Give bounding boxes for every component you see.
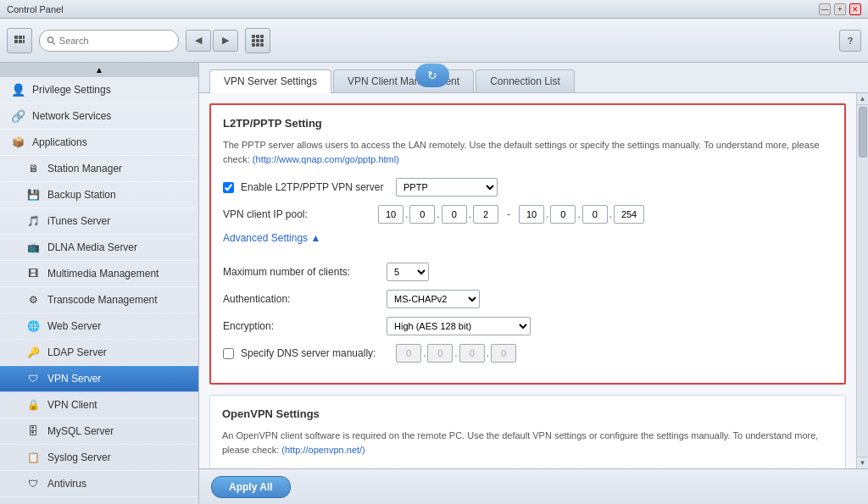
apply-all-button[interactable]: Apply All: [211, 476, 291, 498]
scroll-thumb[interactable]: [859, 107, 867, 158]
sidebar: 👤 Privilege Settings 🔗 Network Services …: [0, 77, 199, 504]
svg-rect-4: [19, 40, 22, 43]
ip-start-1[interactable]: [378, 205, 403, 224]
pptp-link[interactable]: (http://www.qnap.com/go/pptp.html): [253, 154, 399, 164]
ip-end-2[interactable]: [550, 205, 576, 224]
sidebar-item-web-server[interactable]: 🌐 Web Server: [0, 313, 198, 340]
dns-ip-4[interactable]: [491, 344, 516, 363]
sidebar-label: Web Server: [47, 320, 101, 332]
svg-rect-0: [14, 36, 18, 39]
svg-rect-12: [256, 39, 259, 42]
sidebar-label: Station Manager: [47, 163, 122, 174]
back-button[interactable]: ◀: [186, 30, 211, 52]
apps-icon: 📦: [10, 135, 25, 150]
sidebar-label: Network Services: [32, 110, 111, 122]
dns-checkbox[interactable]: [223, 348, 234, 359]
minimize-button[interactable]: —: [819, 3, 831, 15]
multimedia-icon: 🎞: [25, 266, 41, 281]
tabs-bar: ↻ VPN Server Settings VPN Client Managem…: [199, 63, 868, 93]
protocol-select[interactable]: PPTP L2TP L2TP/PPTP: [396, 178, 498, 197]
bottom-bar: Apply All: [199, 468, 868, 504]
dns-ip-2[interactable]: [427, 344, 453, 363]
openvpn-link[interactable]: (http://openvpn.net/): [281, 445, 364, 455]
sidebar-item-ldap-server[interactable]: 🔑 LDAP Server: [0, 340, 198, 366]
sidebar-item-itunes-server[interactable]: 🎵 iTunes Server: [0, 208, 198, 235]
sidebar-item-vpn-client[interactable]: 🔒 VPN Client: [0, 392, 198, 418]
dns-ip-3[interactable]: [459, 344, 485, 363]
sidebar-item-radius-server[interactable]: 📡 RADIUS Server: [0, 497, 198, 504]
enable-l2tp-checkbox[interactable]: [223, 182, 234, 193]
window-title: Control Panel: [7, 4, 64, 14]
dns-row: Specify DNS server manually: . . .: [223, 344, 832, 363]
encryption-label: Encryption:: [223, 320, 380, 332]
ip-start-3[interactable]: [442, 205, 467, 224]
sidebar-label: Antivirus: [47, 478, 86, 490]
antivirus-icon: 🛡: [25, 476, 41, 491]
svg-rect-15: [256, 43, 259, 47]
scroll-down-arrow[interactable]: ▼: [857, 457, 869, 468]
help-button[interactable]: ?: [839, 30, 861, 52]
sidebar-item-mysql-server[interactable]: 🗄 MySQL Server: [0, 418, 198, 445]
sidebar-scroll-up[interactable]: ▲: [0, 63, 198, 77]
ip-end-3[interactable]: [582, 205, 608, 224]
sidebar-item-privilege-settings[interactable]: 👤 Privilege Settings: [0, 77, 198, 103]
scroll-up-arrow[interactable]: ▲: [857, 93, 869, 105]
tab-connection-list[interactable]: Connection List: [476, 69, 575, 92]
openvpn-title: OpenVPN Settings: [222, 407, 833, 420]
sidebar-item-multimedia-management[interactable]: 🎞 Multimedia Management: [0, 261, 198, 287]
close-button[interactable]: ✕: [849, 3, 861, 15]
apps-button[interactable]: [245, 28, 270, 53]
sidebar-item-station-manager[interactable]: 🖥 Station Manager: [0, 156, 198, 182]
encryption-row: Encryption: High (AES 128 bit) Medium (A…: [223, 317, 832, 335]
ip-start-4[interactable]: [473, 205, 498, 224]
transcode-icon: ⚙: [25, 292, 41, 307]
vpn-ip-pool-label: VPN client IP pool:: [223, 208, 371, 220]
svg-rect-14: [252, 43, 255, 47]
search-box[interactable]: [39, 30, 179, 52]
ip-start-2[interactable]: [409, 205, 435, 224]
sidebar-label: DLNA Media Server: [47, 241, 137, 253]
maximize-button[interactable]: +: [834, 3, 846, 15]
sidebar-item-vpn-server[interactable]: 🛡 VPN Server: [0, 366, 198, 392]
toolbar: ◀ ▶ ?: [0, 19, 868, 63]
svg-point-6: [47, 36, 53, 42]
auth-select[interactable]: MS-CHAPv2 MS-CHAP CHAP PAP: [387, 290, 480, 308]
sidebar-item-transcode-management[interactable]: ⚙ Transcode Management: [0, 287, 198, 313]
title-bar: Control Panel — + ✕: [0, 0, 868, 19]
grid-menu-button[interactable]: [7, 28, 32, 53]
search-input[interactable]: [59, 36, 171, 46]
dns-ip-group: . . .: [396, 344, 516, 363]
svg-rect-5: [23, 40, 25, 43]
advanced-settings-link[interactable]: Advanced Settings ▲: [223, 232, 320, 244]
content-area: ↻ VPN Server Settings VPN Client Managem…: [199, 63, 868, 504]
sidebar-label: MySQL Server: [47, 425, 114, 437]
sidebar-item-backup-station[interactable]: 💾 Backup Station: [0, 182, 198, 208]
svg-rect-16: [260, 43, 264, 47]
mysql-icon: 🗄: [25, 424, 41, 439]
sidebar-item-antivirus[interactable]: 🛡 Antivirus: [0, 471, 198, 497]
content-scrollbar[interactable]: ▲ ▼: [856, 93, 868, 468]
sidebar-label: VPN Server: [47, 373, 101, 385]
ip-end-1[interactable]: [519, 205, 544, 224]
ip-end-4[interactable]: [614, 205, 644, 224]
sidebar-label: Backup Station: [47, 189, 116, 201]
l2tp-pptp-section: L2TP/PPTP Setting The PPTP server allows…: [209, 103, 846, 385]
max-clients-select[interactable]: 5 10 20 50: [387, 263, 429, 281]
openvpn-section: OpenVPN Settings An OpenVPN client softw…: [209, 395, 846, 468]
dns-ip-1[interactable]: [396, 344, 421, 363]
network-icon: 🔗: [10, 108, 25, 124]
sidebar-item-applications[interactable]: 📦 Applications: [0, 130, 198, 156]
sidebar-label: Syslog Server: [47, 451, 111, 463]
encryption-select[interactable]: High (AES 128 bit) Medium (AES 256 bit) …: [387, 317, 531, 335]
scroll-track: [857, 105, 868, 457]
enable-l2tp-label: Enable L2TP/PPTP VPN server: [241, 181, 389, 193]
sidebar-item-syslog-server[interactable]: 📋 Syslog Server: [0, 445, 198, 471]
max-clients-row: Maximum number of clients: 5 10 20 50: [223, 263, 832, 281]
ldap-icon: 🔑: [25, 345, 41, 360]
sidebar-item-network-services[interactable]: 🔗 Network Services: [0, 103, 198, 130]
tab-vpn-server-settings[interactable]: VPN Server Settings: [209, 69, 331, 93]
sidebar-item-dlna-media-server[interactable]: 📺 DLNA Media Server: [0, 235, 198, 261]
sidebar-label: Transcode Management: [47, 294, 158, 306]
vpn-ip-pool-row: VPN client IP pool: . . . -: [223, 205, 832, 224]
forward-button[interactable]: ▶: [213, 30, 238, 52]
